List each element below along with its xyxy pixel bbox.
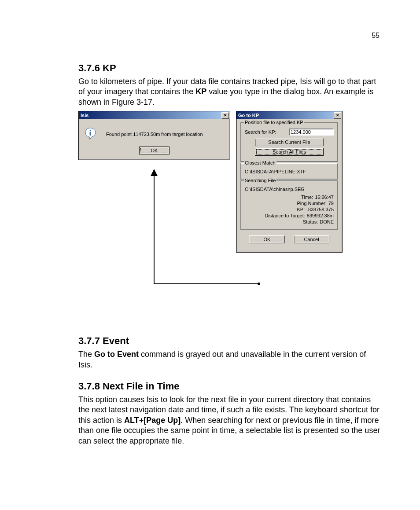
shortcut-bold: ALT+[Page Up]	[124, 416, 181, 425]
para-kp: Go to kilometers of pipe. If your data f…	[78, 77, 380, 107]
status-label: Status:	[303, 219, 318, 224]
para-event: The Go to Event command is grayed out an…	[78, 349, 380, 370]
cancel-button[interactable]: Cancel	[294, 235, 329, 243]
group-position-file: Position file to specified KP Search for…	[241, 123, 338, 161]
figure-3-17: Isis Found point 114723.50m from target …	[78, 111, 380, 318]
heading-kp: 3.7.6 KP	[78, 62, 380, 74]
title-text: Go to KP	[238, 113, 259, 118]
legend-closest: Closest Match	[244, 160, 276, 165]
search-kp-label: Search for KP:	[245, 129, 276, 135]
time-value: 16:26:47	[315, 194, 334, 200]
ok-button[interactable]: OK	[139, 147, 170, 154]
group-closest-match: Closest Match C:\ISISDATA\PIPELINE.XTF	[241, 163, 338, 179]
para-next-file: This option causes Isis to look for the …	[78, 395, 380, 446]
message-text: Found point 114723.50m from target locat…	[106, 132, 203, 137]
kp-label: KP:	[297, 207, 305, 212]
dialog-isis: Isis Found point 114723.50m from target …	[78, 111, 230, 160]
close-icon[interactable]	[334, 112, 341, 119]
group-searching-file: Searching File C:\ISISDATA\chinasnp.SEG …	[241, 181, 338, 229]
svg-point-0	[89, 130, 91, 132]
svg-rect-1	[90, 132, 91, 136]
ping-value: 79	[328, 201, 334, 206]
status-value: DONE	[320, 219, 334, 224]
dialog-go-to-kp: Go to KP Position file to specified KP S…	[236, 111, 343, 253]
titlebar-isis[interactable]: Isis	[79, 111, 230, 119]
closest-match-path: C:\ISISDATA\PIPELINE.XTF	[245, 169, 334, 174]
legend-position: Position file to specified KP	[244, 120, 304, 125]
heading-next-file: 3.7.8 Next File in Time	[78, 381, 380, 392]
titlebar-gotokp[interactable]: Go to KP	[236, 111, 342, 119]
distance-label: Distance to Target:	[265, 213, 305, 218]
page-number: 55	[372, 32, 379, 40]
time-label: Time:	[301, 194, 313, 200]
svg-marker-5	[151, 169, 158, 176]
go-to-event-bold: Go to Event	[94, 350, 139, 359]
heading-event: 3.7.7 Event	[78, 335, 380, 347]
ping-label: Ping Number:	[297, 201, 326, 206]
searching-file-path: C:\ISISDATA\chinasnp.SEG	[245, 187, 334, 192]
close-icon[interactable]	[221, 112, 229, 119]
title-text: Isis	[81, 113, 88, 118]
search-current-file-button[interactable]: Search Current File	[255, 138, 324, 146]
search-kp-input[interactable]	[289, 128, 334, 136]
search-all-files-button[interactable]: Search All Files	[255, 148, 324, 156]
svg-point-4	[258, 283, 260, 285]
kp-value: -838758.375	[306, 207, 334, 212]
distance-value: 839992.38m	[307, 213, 334, 218]
legend-searching: Searching File	[244, 178, 276, 183]
text-fragment: The	[78, 350, 94, 359]
info-icon	[84, 127, 98, 141]
ok-button[interactable]: OK	[249, 235, 285, 243]
kp-bold: KP	[195, 87, 206, 96]
